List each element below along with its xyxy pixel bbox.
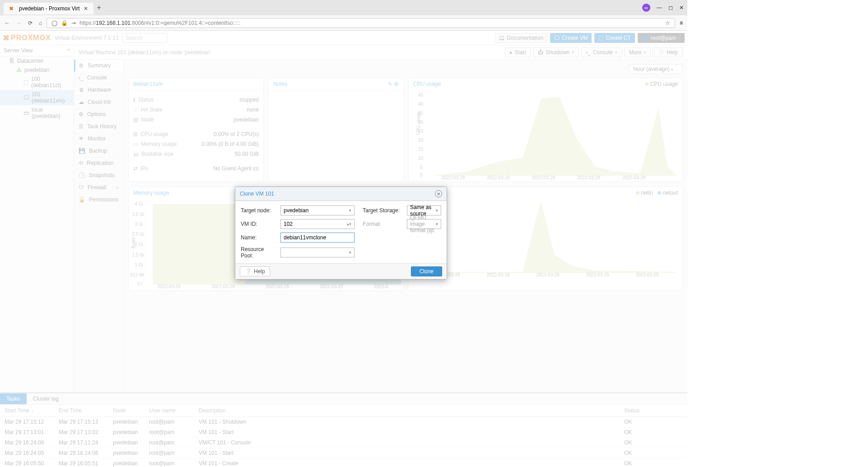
dialog-help-button[interactable]: ❔Help	[240, 266, 270, 276]
browser-tab-bar: ✖ pvedebian - Proxmox Virt ✕ + ∞ — ◻ ✕	[0, 0, 687, 15]
pool-select[interactable]: ▾	[280, 248, 355, 257]
browser-tab[interactable]: ✖ pvedebian - Proxmox Virt ✕	[4, 3, 93, 14]
shield-icon: ◯	[51, 20, 57, 26]
url-input[interactable]: ◯ 🔒 ⊸ https://192.168.1.101:8006/#v1:0:=…	[47, 18, 675, 28]
extension-icon[interactable]: ∞	[642, 4, 650, 12]
vmid-label: VM ID:	[241, 221, 278, 227]
format-select: QEMU image format (qc▾	[407, 219, 441, 229]
close-tab-icon[interactable]: ✕	[84, 5, 88, 12]
window-maximize-icon[interactable]: ◻	[668, 5, 673, 11]
tab-title: pvedebian - Proxmox Virt	[19, 5, 80, 12]
dialog-title: Clone VM 101	[240, 191, 274, 197]
lock-icon: 🔒	[61, 20, 68, 26]
nav-reload-icon[interactable]: ⟳	[28, 20, 33, 26]
dialog-close-button[interactable]: ✕	[435, 190, 442, 197]
spinner-icon[interactable]: ▴▾	[347, 222, 351, 226]
target-node-select[interactable]: pvedebian▾	[280, 205, 355, 215]
window-close-icon[interactable]: ✕	[679, 5, 684, 11]
clone-button[interactable]: Clone	[411, 266, 442, 276]
vmid-input[interactable]: 102▴▾	[280, 219, 355, 229]
nav-forward-icon[interactable]: →	[16, 20, 22, 26]
name-label: Name:	[241, 234, 278, 241]
name-input[interactable]	[280, 233, 355, 243]
target-storage-label: Target Storage:	[363, 207, 404, 214]
key-icon: ⊸	[71, 20, 76, 26]
proxmox-favicon: ✖	[9, 5, 15, 12]
clone-vm-dialog: Clone VM 101 ✕ Target node: pvedebian▾ V…	[235, 187, 447, 280]
nav-home-icon[interactable]: ⌂	[39, 20, 42, 26]
window-minimize-icon[interactable]: —	[657, 5, 662, 11]
hamburger-menu-icon[interactable]: ≡	[680, 20, 683, 26]
help-icon: ❔	[245, 268, 252, 275]
new-tab-button[interactable]: +	[97, 4, 101, 12]
target-node-label: Target node:	[241, 207, 278, 214]
nav-back-icon[interactable]: ←	[5, 20, 10, 26]
url-text: https://192.168.1.101:8006/#v1:0:=qemu%2…	[79, 20, 240, 26]
bookmark-star-icon[interactable]: ☆	[665, 20, 670, 26]
url-bar: ← → ⟳ ⌂ ◯ 🔒 ⊸ https://192.168.1.101:8006…	[0, 15, 687, 31]
target-storage-select[interactable]: Same as source▾	[407, 205, 441, 215]
format-label: Format:	[363, 221, 404, 227]
pool-label: Resource Pool:	[241, 246, 278, 259]
